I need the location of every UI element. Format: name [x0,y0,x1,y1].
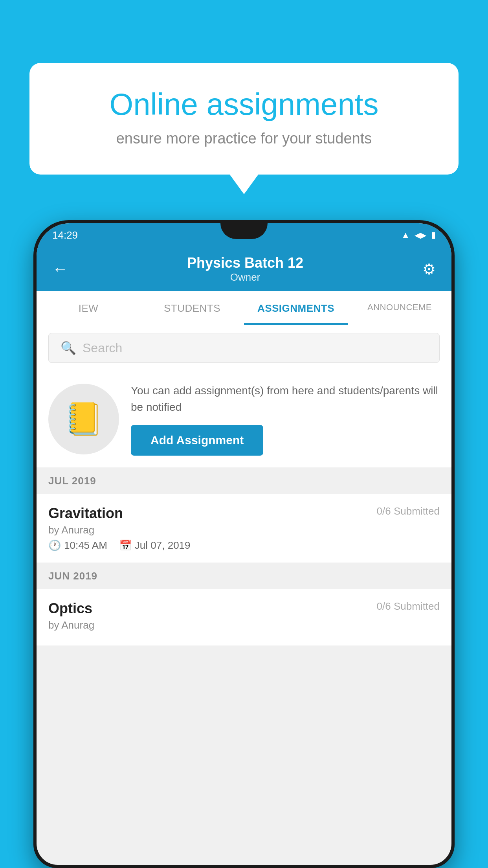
search-bar[interactable]: 🔍 Search [48,333,440,363]
assignment-submitted-optics: 0/6 Submitted [377,600,440,612]
app-header: ← Physics Batch 12 Owner ⚙ [37,247,451,291]
notch [220,223,268,239]
promo-icon-circle: 📒 [48,384,119,454]
add-assignment-button[interactable]: Add Assignment [131,425,263,456]
assignment-date-value: Jul 07, 2019 [135,539,191,552]
battery-icon: ▮ [431,230,436,240]
assignment-time: 🕐 10:45 AM [48,539,107,552]
assignment-row-top-optics: Optics 0/6 Submitted [48,600,440,617]
search-placeholder: Search [83,341,122,355]
wifi-icon: ▲ [401,230,410,240]
settings-icon[interactable]: ⚙ [422,261,436,278]
promo-description: You can add assignment(s) from here and … [131,383,440,416]
tab-assignments[interactable]: ASSIGNMENTS [244,291,348,325]
clock-icon: 🕐 [48,539,61,552]
phone-frame: 14:29 ▲ ◀▶ ▮ ← Physics Batch 12 Owner ⚙ … [33,220,455,868]
assignment-submitted-gravitation: 0/6 Submitted [377,505,440,517]
promo-subtitle: ensure more practice for your students [61,130,427,147]
assignment-by-gravitation: by Anurag [48,524,440,536]
assignment-by-optics: by Anurag [48,619,440,631]
section-jul-2019: JUL 2019 [37,468,451,494]
assignment-date: 📅 Jul 07, 2019 [119,539,191,552]
tabs-bar: IEW STUDENTS ASSIGNMENTS ANNOUNCEME [37,291,451,325]
notebook-icon: 📒 [64,401,103,438]
section-jun-label: JUN 2019 [48,570,97,582]
promo-card: Online assignments ensure more practice … [29,63,459,175]
assignment-gravitation[interactable]: Gravitation 0/6 Submitted by Anurag 🕐 10… [37,494,451,563]
speech-bubble: Online assignments ensure more practice … [29,63,459,175]
status-bar: 14:29 ▲ ◀▶ ▮ [37,223,451,247]
signal-icon: ◀▶ [415,230,426,240]
tab-announcements[interactable]: ANNOUNCEME [348,291,451,325]
tab-iew[interactable]: IEW [37,291,140,325]
promo-section: 📒 You can add assignment(s) from here an… [37,371,451,468]
back-button[interactable]: ← [52,260,68,278]
assignment-row-top: Gravitation 0/6 Submitted [48,505,440,522]
batch-subtitle: Owner [187,271,303,283]
status-icons: ▲ ◀▶ ▮ [401,230,436,240]
promo-title: Online assignments [61,86,427,122]
assignment-optics[interactable]: Optics 0/6 Submitted by Anurag [37,589,451,646]
phone-screen: 14:29 ▲ ◀▶ ▮ ← Physics Batch 12 Owner ⚙ … [37,223,451,865]
calendar-icon: 📅 [119,539,132,552]
content-area: 🔍 Search 📒 You can add assignment(s) fro… [37,325,451,646]
assignment-name-optics: Optics [48,600,92,617]
search-wrapper: 🔍 Search [37,325,451,371]
promo-text-area: You can add assignment(s) from here and … [131,383,440,456]
tab-students[interactable]: STUDENTS [140,291,244,325]
section-jul-label: JUL 2019 [48,475,96,487]
assignment-name-gravitation: Gravitation [48,505,123,522]
status-time: 14:29 [52,229,78,241]
search-icon: 🔍 [61,340,76,355]
assignment-meta-gravitation: 🕐 10:45 AM 📅 Jul 07, 2019 [48,539,440,552]
header-center: Physics Batch 12 Owner [187,255,303,283]
section-jun-2019: JUN 2019 [37,563,451,589]
assignment-time-value: 10:45 AM [64,539,107,552]
batch-title: Physics Batch 12 [187,255,303,271]
